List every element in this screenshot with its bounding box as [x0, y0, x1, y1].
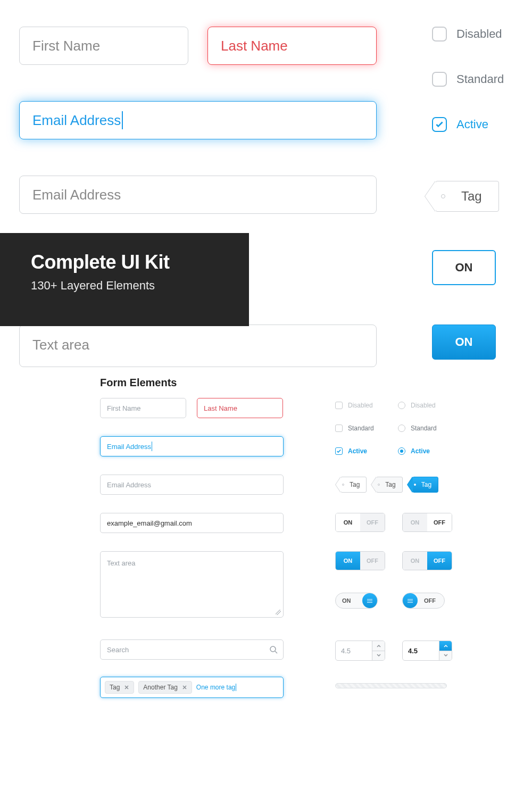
placeholder-text: Email Address	[32, 187, 121, 203]
email-input[interactable]: Email Address	[100, 475, 284, 495]
radio-active[interactable]: Active	[398, 447, 430, 455]
tag-label: Tag	[421, 481, 431, 488]
placeholder-text: Email Address	[107, 481, 151, 489]
placeholder-text: First Name	[32, 38, 100, 54]
svg-line-1	[275, 651, 277, 653]
cursor-icon	[236, 684, 236, 691]
tag-label: Tag	[461, 189, 482, 204]
search-input[interactable]: Search	[100, 639, 284, 660]
tag-hole-icon	[441, 194, 445, 198]
tag[interactable]: Tag	[340, 477, 367, 493]
placeholder-text: Last Name	[204, 404, 237, 412]
stepper-up-button[interactable]	[439, 641, 452, 651]
checkbox-disabled: Disabled	[335, 402, 373, 409]
input-value: example_email@gmail.com	[107, 519, 192, 527]
switch-off-label: OFF	[360, 552, 385, 570]
tag-hole-icon	[342, 484, 344, 486]
switch-on-primary[interactable]: ONOFF	[335, 551, 385, 570]
email-input[interactable]: Email Address	[19, 176, 377, 214]
section-heading: Form Elements	[100, 377, 177, 389]
switch-on-outlined[interactable]: ON	[432, 250, 496, 285]
promo-overlay: Complete UI Kit 130+ Layered Elements	[0, 233, 249, 326]
placeholder-text: Text area	[107, 559, 135, 567]
tag-chip[interactable]: Tag	[105, 681, 134, 694]
tag-input-typing[interactable]: One more tag	[196, 684, 236, 691]
switch-on-label: ON	[403, 552, 427, 570]
switch-on-label: ON	[403, 513, 427, 531]
checkbox-active[interactable]: Active	[335, 447, 367, 455]
tag-label: Tag	[385, 481, 395, 488]
checkbox-label: Disabled	[348, 402, 373, 409]
stepper-up-button[interactable]	[372, 641, 385, 651]
tag-chip[interactable]: Another Tag	[138, 681, 192, 694]
cursor-icon	[152, 442, 152, 451]
checkbox-disabled: Disabled	[432, 27, 502, 41]
switch-on-label: ON	[336, 552, 360, 570]
toggle-on[interactable]: ON	[335, 593, 378, 609]
toggle-label: ON	[342, 597, 351, 604]
svg-point-0	[270, 646, 276, 652]
placeholder-text: First Name	[107, 404, 141, 412]
chevron-down-icon	[377, 654, 381, 657]
radio-label: Standard	[411, 425, 437, 432]
toggle-knob-icon	[403, 593, 418, 608]
checkbox-standard[interactable]: Standard	[432, 72, 504, 87]
stepper-value[interactable]: 4.5	[403, 641, 439, 660]
typing-text: One more tag	[196, 684, 235, 691]
search-icon[interactable]	[269, 645, 278, 654]
chevron-up-icon	[377, 644, 381, 647]
tag[interactable]: Tag	[435, 181, 499, 212]
tag-hole-icon	[414, 484, 416, 486]
toggle-knob-icon	[362, 593, 377, 608]
email-input-focused[interactable]: Email Address	[100, 436, 284, 456]
stepper-down-button[interactable]	[439, 651, 452, 661]
switch-label: ON	[455, 335, 473, 349]
progress-bar	[335, 683, 447, 688]
switch-on[interactable]: ONOFF	[335, 513, 385, 532]
close-icon[interactable]	[182, 685, 187, 690]
chevron-down-icon	[444, 654, 448, 657]
checkbox-label: Standard	[348, 425, 374, 432]
tag-input[interactable]: Tag Another Tag One more tag	[100, 677, 284, 698]
first-name-input[interactable]: First Name	[100, 398, 186, 418]
switch-off-primary[interactable]: ONOFF	[402, 551, 452, 570]
checkbox-label: Active	[456, 118, 488, 131]
overlay-subtitle: 130+ Layered Elements	[31, 279, 218, 293]
overlay-title: Complete UI Kit	[31, 251, 218, 273]
close-icon[interactable]	[124, 685, 129, 690]
stepper-down-button[interactable]	[372, 651, 385, 661]
email-input-focused[interactable]: Email Address	[19, 101, 377, 139]
resize-handle-icon[interactable]	[276, 610, 281, 615]
placeholder-text: Search	[107, 646, 129, 654]
switch-off-label: OFF	[360, 513, 385, 531]
toggle-off[interactable]: OFF	[402, 593, 445, 609]
textarea-input[interactable]: Text area	[100, 551, 284, 618]
cursor-icon	[122, 111, 123, 129]
toggle-label: OFF	[424, 597, 436, 604]
tag[interactable]: Tag	[376, 477, 402, 493]
switch-off-label: OFF	[427, 552, 452, 570]
checkbox-standard[interactable]: Standard	[335, 425, 374, 432]
chip-label: Tag	[110, 684, 120, 691]
last-name-input-error[interactable]: Last Name	[197, 398, 283, 418]
radio-standard[interactable]: Standard	[398, 425, 437, 432]
number-stepper[interactable]: 4.5	[335, 641, 385, 661]
email-input-filled[interactable]: example_email@gmail.com	[100, 513, 284, 533]
checkbox-active[interactable]: Active	[432, 117, 488, 132]
switch-off[interactable]: ONOFF	[402, 513, 452, 532]
number-stepper-active[interactable]: 4.5	[402, 641, 452, 661]
tag-label: Tag	[350, 481, 360, 488]
textarea-input[interactable]: Text area	[19, 325, 377, 367]
placeholder-text: Text area	[32, 337, 89, 353]
check-icon	[435, 120, 444, 129]
tag-hole-icon	[378, 484, 380, 486]
first-name-input[interactable]: First Name	[19, 27, 188, 65]
radio-label: Active	[411, 447, 430, 455]
switch-on-filled[interactable]: ON	[432, 325, 496, 360]
chip-label: Another Tag	[143, 684, 178, 691]
tag-primary[interactable]: Tag	[412, 477, 438, 493]
switch-label: ON	[455, 261, 473, 275]
last-name-input-error[interactable]: Last Name	[207, 27, 377, 65]
stepper-value[interactable]: 4.5	[336, 641, 372, 660]
chevron-up-icon	[444, 644, 448, 647]
